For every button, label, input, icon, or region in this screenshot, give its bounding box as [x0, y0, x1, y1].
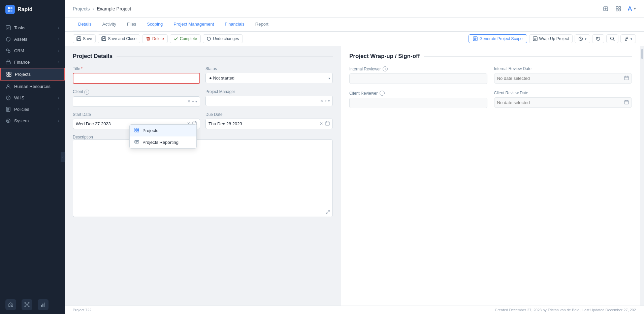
due-date-field: Due Date ✕: [205, 112, 333, 129]
pm-clear-icon[interactable]: ✕: [320, 99, 323, 103]
project-form: Title* Status ● Not started ● In Progres…: [73, 66, 333, 129]
svg-rect-43: [135, 128, 136, 130]
client-reviewer-info-icon[interactable]: i: [380, 91, 385, 96]
client-info-icon[interactable]: i: [84, 90, 89, 95]
svg-rect-46: [137, 130, 139, 132]
sidebar-item-assets[interactable]: Assets ›: [0, 33, 65, 45]
sidebar-item-human-resources[interactable]: Human Resources: [0, 81, 65, 92]
sidebar-item-projects[interactable]: Projects: [0, 68, 65, 81]
tab-scoping[interactable]: Scoping: [141, 18, 168, 31]
sidebar-item-label-system: System: [14, 118, 29, 123]
client-expand-icon[interactable]: ⌖: [192, 99, 194, 104]
rapid-account-icon[interactable]: ▾: [626, 5, 636, 12]
pm-chevron-icon[interactable]: ▾: [328, 99, 330, 103]
internal-reviewer-input[interactable]: [352, 74, 484, 84]
internal-reviewer-label: Internal Reviewer i: [349, 66, 487, 71]
main-area: Projects › Example Project ▾ Details Act…: [65, 0, 644, 314]
sidebar-footer: [0, 295, 65, 314]
finance-icon: [5, 59, 11, 65]
due-date-input[interactable]: [208, 119, 318, 129]
sidebar-item-tasks[interactable]: Tasks ›: [0, 22, 65, 33]
save-close-button[interactable]: Save and Close: [98, 34, 140, 43]
tab-financials[interactable]: Financials: [219, 18, 250, 31]
tab-files[interactable]: Files: [122, 18, 141, 31]
project-details-title: Project Details: [73, 53, 333, 60]
sidebar-item-label-assets: Assets: [14, 37, 27, 42]
save-button[interactable]: Save: [73, 34, 96, 43]
client-clear-icon[interactable]: ✕: [187, 99, 191, 104]
home-button[interactable]: [5, 299, 16, 310]
status-label: Status: [205, 66, 333, 71]
nodes-button[interactable]: [22, 299, 32, 310]
pm-expand-icon[interactable]: ⌖: [325, 99, 327, 103]
tab-project-management[interactable]: Project Management: [168, 18, 219, 31]
internal-reviewer-info-icon[interactable]: i: [383, 66, 388, 71]
description-textarea[interactable]: [73, 139, 333, 217]
assets-icon: [5, 36, 11, 42]
sidebar-collapse-button[interactable]: ‹: [61, 152, 65, 162]
description-expand-icon[interactable]: [325, 210, 330, 215]
refresh-button[interactable]: [592, 34, 604, 43]
topbar-upload-button[interactable]: [601, 4, 610, 13]
internal-reviewer-field: Internal Reviewer i: [349, 66, 487, 84]
title-field: Title*: [73, 66, 200, 84]
dropdown-item-projects-reporting[interactable]: Projects Reporting: [130, 136, 196, 148]
generate-scope-button[interactable]: Generate Project Scope: [469, 34, 527, 43]
project-manager-input[interactable]: [208, 96, 319, 106]
topbar-actions: ▾: [601, 4, 636, 13]
client-review-date-input[interactable]: [497, 98, 622, 107]
tab-details[interactable]: Details: [73, 18, 97, 31]
due-date-clear-icon[interactable]: ✕: [320, 121, 323, 126]
svg-rect-1: [10, 7, 12, 9]
chart-button[interactable]: [38, 299, 49, 310]
projects-dropdown: Projects Projects Reporting: [129, 124, 197, 149]
sidebar-item-system[interactable]: System ›: [0, 115, 65, 126]
sidebar-item-label-crm: CRM: [14, 48, 24, 53]
internal-review-date-input[interactable]: [497, 73, 622, 83]
projects-icon: [6, 71, 11, 77]
breadcrumb-projects[interactable]: Projects: [73, 6, 90, 11]
sidebar-item-whs[interactable]: WHS ›: [0, 92, 65, 103]
svg-rect-10: [7, 74, 9, 76]
sidebar-item-label-policies: Policies: [14, 107, 29, 112]
sidebar-item-crm[interactable]: CRM ›: [0, 45, 65, 56]
client-chevron-icon[interactable]: ▾: [195, 100, 197, 103]
scrollbar-thumb[interactable]: [641, 49, 643, 59]
toolbar-right: Generate Project Scope Wrap-Up Project ▾…: [469, 34, 636, 43]
svg-rect-11: [9, 74, 11, 76]
history-button[interactable]: ▾: [575, 34, 590, 43]
topbar: Projects › Example Project ▾: [65, 0, 644, 18]
status-select[interactable]: ● Not started ● In Progress ● On Hold ● …: [205, 73, 333, 83]
internal-reviewer-wrapper: [349, 73, 487, 84]
svg-rect-40: [325, 122, 329, 125]
client-field: Client i ✕ ⌖ ▾: [73, 89, 200, 107]
dropdown-item-projects[interactable]: Projects: [130, 125, 196, 136]
title-input[interactable]: [73, 73, 200, 84]
link-button[interactable]: ▾: [620, 34, 636, 43]
tabs-bar: Details Activity Files Scoping Project M…: [65, 18, 644, 32]
delete-button[interactable]: Delete: [142, 34, 168, 43]
svg-rect-21: [41, 305, 42, 307]
svg-rect-22: [42, 304, 43, 307]
svg-rect-31: [77, 39, 80, 40]
client-reviewer-label: Client Reviewer i: [349, 91, 487, 96]
wrapup-button[interactable]: Wrap-Up Project: [529, 34, 573, 43]
status-field: Status ● Not started ● In Progress ● On …: [205, 66, 333, 84]
topbar-grid-button[interactable]: [614, 4, 623, 13]
scrollbar-track[interactable]: [640, 46, 644, 306]
due-date-calendar-icon[interactable]: [325, 121, 330, 127]
tab-activity[interactable]: Activity: [97, 18, 122, 31]
sidebar-item-finance[interactable]: Finance ›: [0, 56, 65, 68]
client-reviewer-input[interactable]: [352, 98, 484, 108]
client-review-date-calendar-icon[interactable]: [624, 100, 629, 105]
search-zoom-button[interactable]: [606, 34, 618, 43]
internal-review-date-calendar-icon[interactable]: [624, 75, 629, 81]
dropdown-projects-icon: [134, 128, 139, 133]
complete-button[interactable]: Complete: [170, 34, 201, 43]
internal-review-date-wrapper: [494, 73, 632, 84]
client-input[interactable]: [76, 97, 186, 106]
undo-button[interactable]: Undo changes: [203, 34, 243, 43]
tab-report[interactable]: Report: [250, 18, 274, 31]
sidebar-item-policies[interactable]: Policies ›: [0, 103, 65, 115]
system-chevron: ›: [58, 119, 59, 123]
